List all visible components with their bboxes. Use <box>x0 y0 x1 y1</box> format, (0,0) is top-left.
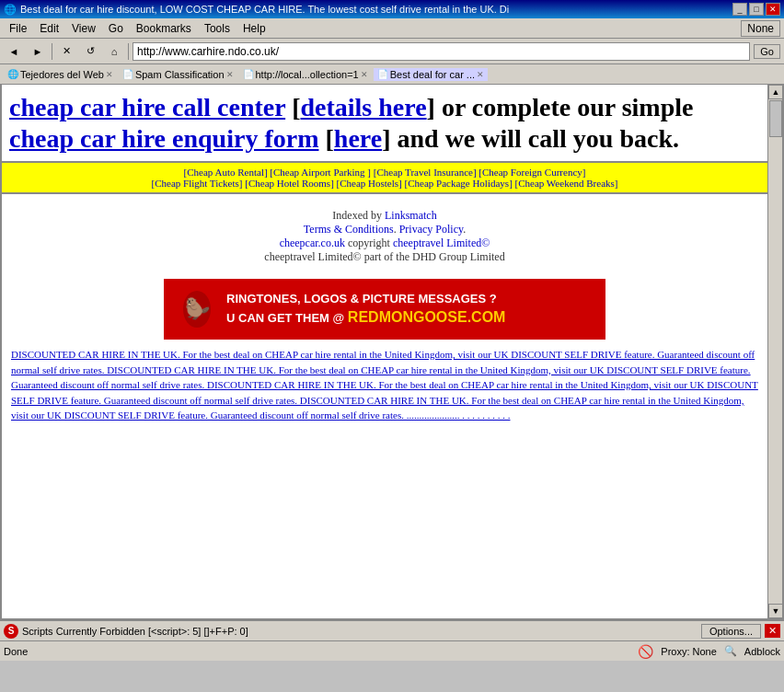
menu-go[interactable]: Go <box>103 20 129 37</box>
yellow-link-package-holidays[interactable]: [Cheap Package Holidays] <box>405 178 513 189</box>
bookmark-icon-local: 📄 <box>243 69 254 79</box>
proxy-search-icon: 🔍 <box>724 645 737 657</box>
menu-bookmarks[interactable]: Bookmarks <box>131 20 197 37</box>
no-script-status-icon: 🚫 <box>638 644 653 659</box>
menu-view[interactable]: View <box>66 20 101 37</box>
linksmatch-link[interactable]: Linksmatch <box>385 209 437 222</box>
back-button[interactable]: ◄ <box>4 41 24 62</box>
status-right: 🚫 Proxy: None 🔍 Adblock <box>638 644 780 659</box>
indexed-by-text: Indexed by <box>332 209 385 222</box>
headline-link-form[interactable]: cheap car hire enquiry form <box>9 124 318 153</box>
page-content: cheap car hire call center [details here… <box>2 85 767 618</box>
bookmark-local[interactable]: 📄 http://local...ollection=1 ✕ <box>239 68 372 81</box>
scroll-down-button[interactable]: ▼ <box>768 604 783 618</box>
yellow-link-weekend-breaks[interactable]: [Cheap Weekend Breaks] <box>515 178 618 189</box>
footer-section: Indexed by Linksmatch Terms & Conditions… <box>9 202 760 271</box>
headline-link-details[interactable]: details here <box>300 93 426 121</box>
title-bar-buttons: _ □ ✕ <box>732 3 780 16</box>
cheepcar-link[interactable]: cheepcar.co.uk <box>280 236 345 249</box>
mongoose-line2-text: U CAN GET THEM @ <box>226 311 344 325</box>
bookmark-close-tejedores[interactable]: ✕ <box>106 70 113 79</box>
options-button[interactable]: Options... <box>701 624 761 639</box>
close-button[interactable]: ✕ <box>766 3 780 16</box>
toolbar-separator-2 <box>128 43 129 60</box>
bookmark-close-bestdeal[interactable]: ✕ <box>477 70 484 79</box>
status-bar: Done 🚫 Proxy: None 🔍 Adblock <box>0 640 784 661</box>
address-input[interactable] <box>133 42 750 61</box>
address-bar-container <box>133 42 750 61</box>
menu-tools[interactable]: Tools <box>199 20 236 37</box>
bookmark-label-spam: Spam Classification <box>135 69 225 80</box>
none-dropdown[interactable]: None <box>741 20 780 37</box>
home-button[interactable]: ⌂ <box>104 41 124 62</box>
mongoose-text-block: RINGTONES, LOGOS & PICTURE MESSAGES ? U … <box>226 291 505 329</box>
toolbar: ◄ ► ✕ ↺ ⌂ Go <box>0 39 784 64</box>
footer-copyright2: copyright <box>345 236 393 249</box>
minimize-button[interactable]: _ <box>732 3 747 16</box>
headline-text-4: ] and we will call you back. <box>382 124 679 153</box>
bookmark-label-local: http://local...ollection=1 <box>256 69 359 80</box>
status-done-text: Done <box>4 646 28 657</box>
mongoose-banner[interactable]: 🦫 RINGTONES, LOGOS & PICTURE MESSAGES ? … <box>164 279 605 340</box>
svg-text:🦫: 🦫 <box>185 296 211 321</box>
footer-sep2: . <box>463 223 466 236</box>
browser-icon: 🌐 <box>4 4 17 16</box>
no-script-icon: S <box>4 624 18 639</box>
toolbar-separator-1 <box>52 43 52 60</box>
bookmark-tejedores[interactable]: 🌐 Tejedores del Web ✕ <box>4 68 117 81</box>
headline-link-call-center[interactable]: cheap car hire call center <box>9 93 285 121</box>
maximize-button[interactable]: □ <box>749 3 764 16</box>
stop-button[interactable]: ✕ <box>56 41 76 62</box>
bookmark-icon-tejedores: 🌐 <box>7 69 18 79</box>
mongoose-logo-icon: 🦫 <box>179 286 215 332</box>
bookmark-icon-spam: 📄 <box>122 69 133 79</box>
menu-help[interactable]: Help <box>237 20 271 37</box>
menu-edit[interactable]: Edit <box>34 20 64 37</box>
yellow-link-hotel-rooms[interactable]: [Cheap Hotel Rooms] <box>245 178 334 189</box>
status-left: Done <box>4 646 28 657</box>
scroll-up-button[interactable]: ▲ <box>768 85 783 99</box>
scrollbar[interactable]: ▲ ▼ <box>767 85 782 618</box>
title-bar-text: Best deal for car hire discount, LOW COS… <box>20 4 509 15</box>
yellow-link-airport-parking[interactable]: [Cheap Airport Parking ] <box>270 167 371 178</box>
bookmark-bestdeal[interactable]: 📄 Best deal for car ... ✕ <box>374 68 488 81</box>
cheeptravel-link[interactable]: cheeptravel Limited© <box>393 236 490 249</box>
bookmark-spam[interactable]: 📄 Spam Classification ✕ <box>119 68 237 81</box>
headline-text-2: ] or complete our simple <box>427 93 694 121</box>
banner-wrapper: 🦫 RINGTONES, LOGOS & PICTURE MESSAGES ? … <box>9 279 760 340</box>
title-bar: 🌐 Best deal for car hire discount, LOW C… <box>0 0 784 18</box>
bookmarks-bar: 🌐 Tejedores del Web ✕ 📄 Spam Classificat… <box>0 64 784 85</box>
bookmark-icon-bestdeal: 📄 <box>377 69 388 79</box>
bookmark-close-spam[interactable]: ✕ <box>226 70 234 79</box>
title-bar-left: 🌐 Best deal for car hire discount, LOW C… <box>4 4 509 16</box>
privacy-link[interactable]: Privacy Policy <box>399 223 464 236</box>
bookmark-label-bestdeal: Best deal for car ... <box>390 69 475 80</box>
scroll-thumb[interactable] <box>769 100 782 137</box>
yellow-link-auto-rental[interactable]: [Cheap Auto Rental] <box>184 167 268 178</box>
spam-text-block[interactable]: DISCOUNTED CAR HIRE IN THE UK. For the b… <box>9 347 760 423</box>
menu-bar: File Edit View Go Bookmarks Tools Help N… <box>0 18 784 39</box>
yellow-link-foreign-currency[interactable]: [Cheap Foreign Currency] <box>478 167 585 178</box>
script-bar-text: Scripts Currently Forbidden [<script>: 5… <box>22 626 248 637</box>
close-script-bar-button[interactable]: ✕ <box>765 624 780 638</box>
reload-button[interactable]: ↺ <box>80 41 100 62</box>
yellow-links-bar: [Cheap Auto Rental] [Cheap Airport Parki… <box>2 161 767 194</box>
mongoose-line1: RINGTONES, LOGOS & PICTURE MESSAGES ? <box>226 291 505 307</box>
content-wrapper: cheap car hire call center [details here… <box>2 85 782 618</box>
terms-link[interactable]: Terms & Conditions <box>304 223 394 236</box>
yellow-link-flight-tickets[interactable]: [Cheap Flight Tickets] <box>152 178 243 189</box>
mongoose-line2: U CAN GET THEM @ REDMONGOOSE.com <box>226 307 505 328</box>
go-button[interactable]: Go <box>754 44 780 59</box>
menu-file[interactable]: File <box>4 20 32 37</box>
yellow-link-travel-insurance[interactable]: [Cheap Travel Insurance] <box>374 167 477 178</box>
headline-link-here[interactable]: here <box>334 124 382 153</box>
footer-copyright4: cheeptravel Limited© part of the DHD Gro… <box>264 250 504 263</box>
script-bar: S Scripts Currently Forbidden [<script>:… <box>0 620 784 640</box>
browser-chrome: cheap car hire call center [details here… <box>0 85 784 620</box>
headline: cheap car hire call center [details here… <box>9 92 760 154</box>
yellow-link-hostels[interactable]: [Cheap Hostels] <box>337 178 402 189</box>
bookmark-close-local[interactable]: ✕ <box>361 70 368 79</box>
forward-button[interactable]: ► <box>28 41 48 62</box>
bookmark-label-tejedores: Tejedores del Web <box>20 69 104 80</box>
scroll-track[interactable] <box>768 99 782 604</box>
